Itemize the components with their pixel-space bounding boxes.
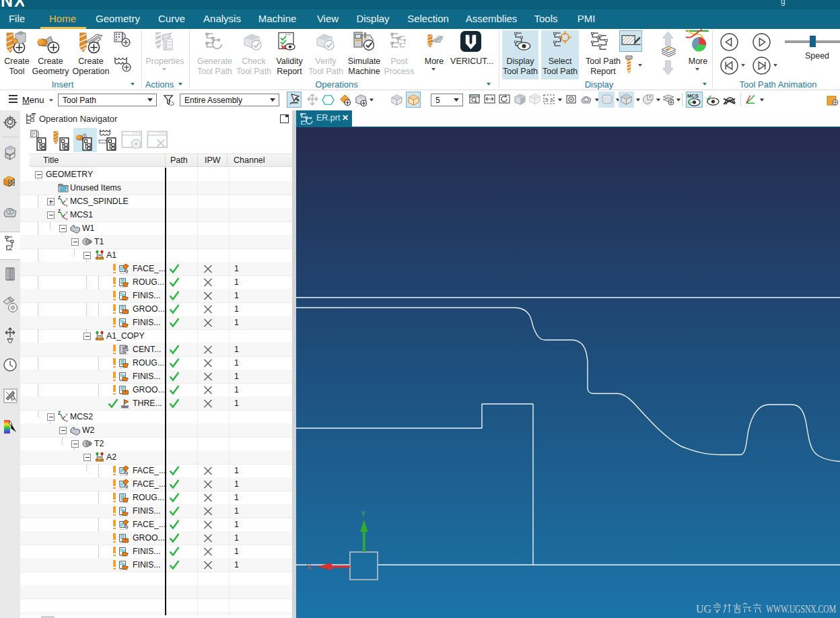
svg-text:X: X (306, 563, 312, 571)
svg-text:5 3: 5 3 (545, 97, 553, 103)
svg-text:UG: UG (696, 603, 711, 615)
svg-text:WWW.UGSNX.COM: WWW.UGSNX.COM (766, 603, 836, 615)
svg-text:Y: Y (361, 510, 366, 518)
